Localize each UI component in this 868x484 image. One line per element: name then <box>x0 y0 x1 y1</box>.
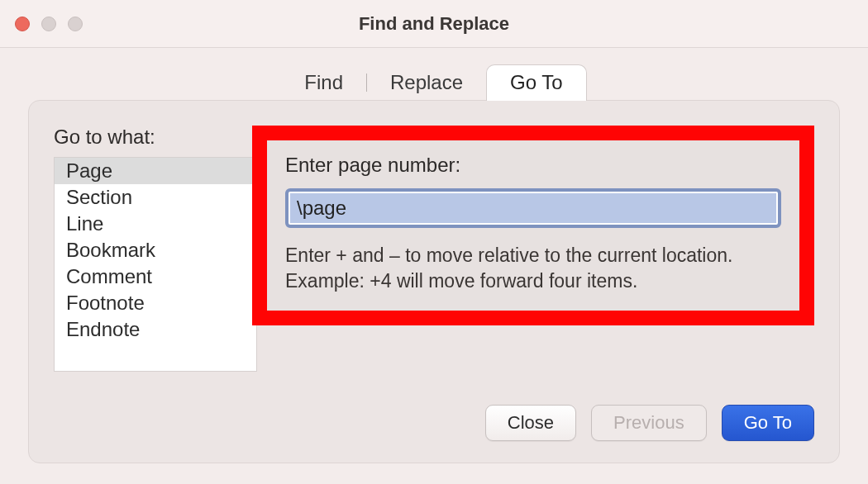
minimize-window-icon <box>41 17 56 31</box>
window-title: Find and Replace <box>0 13 868 35</box>
list-item[interactable]: Footnote <box>55 290 256 316</box>
traffic-lights <box>15 17 83 31</box>
previous-button: Previous <box>591 405 707 441</box>
zoom-window-icon <box>68 17 83 31</box>
page-number-label: Enter page number: <box>285 154 781 177</box>
goto-what-label: Go to what: <box>54 126 257 149</box>
tab-replace[interactable]: Replace <box>367 66 486 101</box>
close-button[interactable]: Close <box>485 405 576 441</box>
tabbar: Find Replace Go To <box>28 64 840 101</box>
list-item[interactable]: Endnote <box>55 316 256 343</box>
tab-goto[interactable]: Go To <box>486 64 587 101</box>
list-item[interactable]: Section <box>55 184 256 211</box>
list-item[interactable]: Line <box>55 211 256 237</box>
list-item[interactable]: Page <box>55 158 256 184</box>
close-window-icon[interactable] <box>15 17 30 31</box>
list-item[interactable]: Comment <box>55 263 256 290</box>
goto-button[interactable]: Go To <box>722 405 814 441</box>
tab-find[interactable]: Find <box>281 66 366 101</box>
titlebar: Find and Replace <box>0 0 868 48</box>
goto-what-list[interactable]: Page Section Line Bookmark Comment Footn… <box>54 157 257 372</box>
page-number-input[interactable] <box>290 193 776 223</box>
page-number-input-wrap[interactable] <box>285 188 781 228</box>
dialog-buttons: Close Previous Go To <box>485 405 814 441</box>
annotation-highlight: Enter page number: Enter + and – to move… <box>252 126 814 325</box>
goto-panel: Go to what: Page Section Line Bookmark C… <box>28 100 840 463</box>
goto-hint-text: Enter + and – to move relative to the cu… <box>285 243 781 294</box>
list-item[interactable]: Bookmark <box>55 237 256 263</box>
